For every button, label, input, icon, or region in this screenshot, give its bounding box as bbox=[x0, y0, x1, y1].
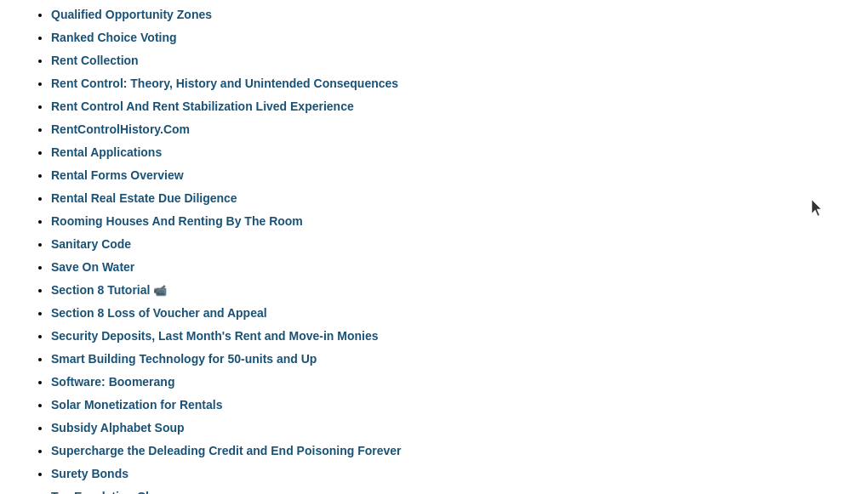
list-item: Rent Control And Rent Stabilization Live… bbox=[51, 95, 851, 118]
list-item-link-tax-escalation-clauses[interactable]: Tax Escalation Clauses bbox=[51, 490, 183, 494]
list-item-link-rentcontrolhistory[interactable]: RentControlHistory.Com bbox=[51, 122, 190, 136]
list-item-link-supercharge-deleading[interactable]: Supercharge the Deleading Credit and End… bbox=[51, 444, 402, 457]
list-item-link-rooming-houses-renting-by-room[interactable]: Rooming Houses And Renting By The Room bbox=[51, 214, 303, 228]
list-item: Rental Real Estate Due Diligence bbox=[51, 187, 851, 210]
list-item: Security Deposits, Last Month's Rent and… bbox=[51, 325, 851, 348]
list-item-link-rent-collection[interactable]: Rent Collection bbox=[51, 54, 139, 67]
list-item-link-qualified-opportunity-zones[interactable]: Qualified Opportunity Zones bbox=[51, 8, 212, 21]
list-item: Software: Boomerang bbox=[51, 371, 851, 394]
list-item: Supercharge the Deleading Credit and End… bbox=[51, 440, 851, 463]
list-item-link-sanitary-code[interactable]: Sanitary Code bbox=[51, 237, 131, 251]
list-item: Rental Applications bbox=[51, 141, 851, 164]
list-item-link-solar-monetization[interactable]: Solar Monetization for Rentals bbox=[51, 398, 222, 412]
list-item-link-security-deposits[interactable]: Security Deposits, Last Month's Rent and… bbox=[51, 329, 379, 343]
list-item-link-rental-real-estate-due-diligence[interactable]: Rental Real Estate Due Diligence bbox=[51, 191, 237, 205]
list-item: Section 8 Loss of Voucher and Appeal bbox=[51, 302, 851, 325]
list-item-link-subsidy-alphabet-soup[interactable]: Subsidy Alphabet Soup bbox=[51, 421, 185, 434]
list-item-link-rent-control-stabilization[interactable]: Rent Control And Rent Stabilization Live… bbox=[51, 99, 354, 113]
video-icon: 📹 bbox=[153, 282, 167, 299]
list-item-link-rental-applications[interactable]: Rental Applications bbox=[51, 145, 162, 159]
list-item: Tax Escalation Clauses bbox=[51, 485, 851, 494]
list-item-link-surety-bonds[interactable]: Surety Bonds bbox=[51, 467, 128, 480]
list-item-link-rent-control-theory[interactable]: Rent Control: Theory, History and Uninte… bbox=[51, 77, 398, 90]
list-item: Solar Monetization for Rentals bbox=[51, 394, 851, 417]
list-item: Rent Collection bbox=[51, 49, 851, 72]
list-item-link-rental-forms-overview[interactable]: Rental Forms Overview bbox=[51, 168, 184, 182]
list-item: Ranked Choice Voting bbox=[51, 26, 851, 49]
list-item: Rooming Houses And Renting By The Room bbox=[51, 210, 851, 233]
list-item-link-software-boomerang[interactable]: Software: Boomerang bbox=[51, 375, 174, 389]
list-item-link-ranked-choice-voting[interactable]: Ranked Choice Voting bbox=[51, 31, 177, 44]
list-item-link-section-8-tutorial[interactable]: Section 8 Tutorial bbox=[51, 283, 150, 297]
list-item: Rental Forms Overview bbox=[51, 164, 851, 187]
list-item-link-save-on-water[interactable]: Save On Water bbox=[51, 260, 134, 274]
list-item: Smart Building Technology for 50-units a… bbox=[51, 348, 851, 371]
main-list-container: Qualified Opportunity ZonesRanked Choice… bbox=[0, 3, 868, 494]
navigation-list: Qualified Opportunity ZonesRanked Choice… bbox=[34, 3, 851, 494]
list-item-link-smart-building-technology[interactable]: Smart Building Technology for 50-units a… bbox=[51, 352, 317, 366]
list-item: Section 8 Tutorial 📹 bbox=[51, 279, 851, 302]
list-item: Subsidy Alphabet Soup bbox=[51, 417, 851, 440]
list-item: Save On Water bbox=[51, 256, 851, 279]
list-item: Surety Bonds bbox=[51, 463, 851, 485]
list-item: Sanitary Code bbox=[51, 233, 851, 256]
list-item: Rent Control: Theory, History and Uninte… bbox=[51, 72, 851, 95]
list-item-link-section-8-loss-voucher[interactable]: Section 8 Loss of Voucher and Appeal bbox=[51, 306, 267, 320]
list-item: Qualified Opportunity Zones bbox=[51, 3, 851, 26]
list-item: RentControlHistory.Com bbox=[51, 118, 851, 141]
